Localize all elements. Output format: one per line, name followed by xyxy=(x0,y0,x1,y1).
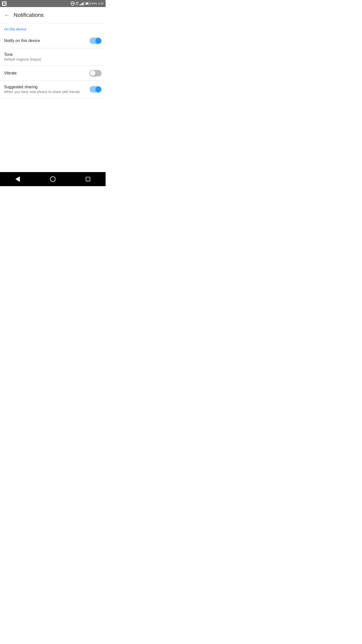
spacer xyxy=(0,98,106,172)
tone-text: Tone Default ringtone (Hojus) xyxy=(4,52,41,61)
section-label: On this device xyxy=(0,23,106,33)
calendar-icon: 31 xyxy=(2,1,7,6)
recents-nav-button[interactable] xyxy=(82,173,94,185)
network-icon: 4G LTE xyxy=(76,2,79,6)
vibrate-item[interactable]: Vibrate xyxy=(0,66,106,81)
suggested-sharing-item[interactable]: Suggested sharing When you have new phot… xyxy=(0,81,106,98)
vibrate-title: Vibrate xyxy=(4,71,17,75)
status-left: 31 xyxy=(2,1,7,6)
svg-text:31: 31 xyxy=(4,4,5,5)
back-nav-button[interactable] xyxy=(12,173,24,185)
suggested-sharing-title: Suggested sharing xyxy=(4,85,80,89)
clock: 9:34 xyxy=(98,2,104,5)
signal-bars-icon xyxy=(80,2,84,5)
back-button[interactable]: ← xyxy=(4,12,10,18)
suggested-sharing-text: Suggested sharing When you have new phot… xyxy=(4,85,80,94)
vibrate-toggle[interactable] xyxy=(89,70,102,76)
recents-nav-icon xyxy=(86,177,90,181)
notify-device-title: Notify on this device xyxy=(4,38,40,43)
vibrate-slider xyxy=(89,70,102,76)
notify-device-slider xyxy=(89,37,102,44)
status-bar: 31 4G LTE 66% 9:34 xyxy=(0,0,106,7)
home-nav-icon xyxy=(50,176,56,182)
notify-device-text: Notify on this device xyxy=(4,38,40,43)
page-title: Notifications xyxy=(14,12,44,18)
home-nav-button[interactable] xyxy=(47,173,59,185)
battery-icon xyxy=(85,2,91,5)
app-bar: ← Notifications xyxy=(0,7,106,23)
do-not-disturb-icon xyxy=(71,2,75,6)
vibrate-text: Vibrate xyxy=(4,71,17,75)
status-right: 4G LTE 66% 9:34 xyxy=(71,2,104,6)
tone-subtitle: Default ringtone (Hojus) xyxy=(4,57,41,61)
back-nav-icon xyxy=(15,176,20,182)
notify-device-item[interactable]: Notify on this device xyxy=(0,33,106,48)
suggested-sharing-toggle[interactable] xyxy=(89,86,102,93)
settings-list: Notify on this device Tone Default ringt… xyxy=(0,33,106,98)
battery-percent: 66% xyxy=(92,2,97,5)
nav-bar xyxy=(0,172,106,186)
tone-item[interactable]: Tone Default ringtone (Hojus) xyxy=(0,48,106,66)
tone-title: Tone xyxy=(4,52,41,57)
notify-device-toggle[interactable] xyxy=(89,37,102,44)
suggested-sharing-slider xyxy=(89,86,102,93)
suggested-sharing-subtitle: When you have new photos to share with f… xyxy=(4,90,80,94)
